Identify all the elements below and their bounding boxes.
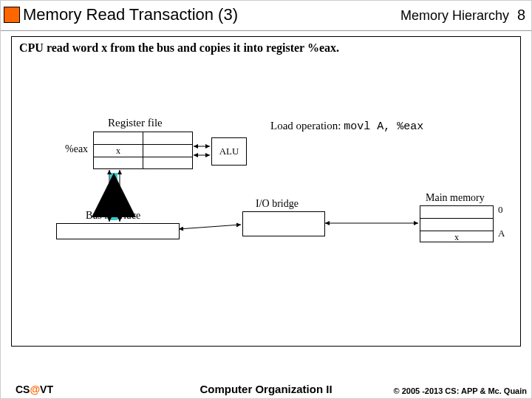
register-file: x	[93, 132, 193, 169]
eax-cell: x	[94, 145, 143, 157]
svg-line-5	[179, 225, 241, 229]
slide-title: Memory Read Transaction (3)	[23, 5, 238, 24]
io-bridge-label: I/O bridge	[256, 198, 299, 210]
register-file-label: Register file	[108, 117, 163, 129]
description-text: CPU read word x from the bus and copies …	[19, 41, 339, 55]
load-op-code: movl A, %eax	[344, 120, 423, 133]
content-area: CPU read word x from the bus and copies …	[11, 36, 521, 347]
alu-box: ALU	[211, 137, 247, 166]
header: Memory Read Transaction (3) Memory Hiera…	[1, 5, 531, 32]
main-memory-box: x	[420, 205, 494, 242]
memory-addr-a: A	[498, 228, 505, 239]
bus-interface-label: Bus interface	[86, 210, 140, 222]
memory-addr-0: 0	[498, 204, 503, 216]
bullet-icon	[4, 7, 20, 23]
load-op-text: Load operation:	[270, 120, 341, 132]
memory-cell-x: x	[420, 231, 493, 243]
eax-label: %eax	[65, 143, 88, 155]
load-operation: Load operation: movl A, %eax	[270, 120, 423, 133]
bus-interface-box	[56, 223, 180, 239]
footer-right: © 2005 -2013 CS: APP & Mc. Quain	[393, 386, 527, 395]
main-memory-label: Main memory	[426, 192, 485, 204]
slide-topic: Memory Hierarchy	[400, 8, 509, 24]
page-number: 8	[517, 7, 525, 24]
header-divider	[1, 30, 531, 31]
footer: CS@VT Computer Organization II © 2005 -2…	[1, 379, 531, 395]
io-bridge-box	[242, 211, 325, 236]
slide: Memory Read Transaction (3) Memory Hiera…	[0, 0, 532, 399]
